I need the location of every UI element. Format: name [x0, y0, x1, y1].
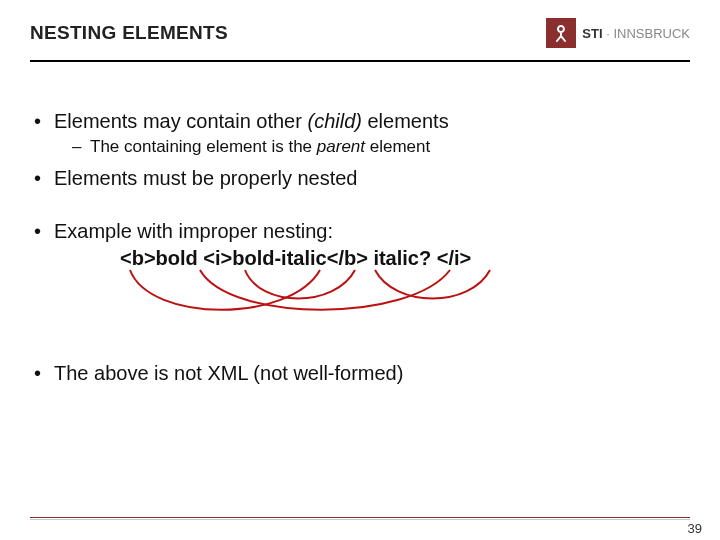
bullet-1-sub: The containing element is the parent ele…	[30, 137, 690, 157]
bullet-1-sub-italic: parent	[317, 137, 365, 156]
brand-logo: STI · INNSBRUCK	[546, 18, 690, 48]
logo-brand: STI	[582, 26, 602, 41]
bullet-1-italic: (child)	[307, 110, 361, 132]
logo-text: STI · INNSBRUCK	[582, 26, 690, 41]
bullet-1-text-a: Elements may contain other	[54, 110, 307, 132]
logo-sub: INNSBRUCK	[613, 26, 690, 41]
bullet-3: Example with improper nesting:	[30, 220, 690, 243]
bullet-1-sub-b: element	[365, 137, 430, 156]
footer-rule-light	[30, 519, 690, 520]
slide-title: NESTING ELEMENTS	[30, 22, 228, 44]
slide-header: NESTING ELEMENTS STI · INNSBRUCK	[0, 0, 720, 56]
slide-body: Elements may contain other (child) eleme…	[0, 62, 720, 399]
nesting-arcs-diagram	[110, 268, 690, 318]
bullet-1: Elements may contain other (child) eleme…	[30, 110, 690, 133]
logo-separator: ·	[603, 26, 614, 41]
bullet-1-sub-a: The containing element is the	[90, 137, 317, 156]
page-number: 39	[688, 521, 702, 536]
example-code: <b>bold <i>bold-italic</b> italic? </i>	[30, 247, 690, 270]
footer-rule-accent	[30, 517, 690, 518]
bullet-4: The above is not XML (not well-formed)	[30, 362, 690, 385]
bullet-2: Elements must be properly nested	[30, 167, 690, 190]
logo-mark-icon	[546, 18, 576, 48]
bullet-1-text-b: elements	[362, 110, 449, 132]
